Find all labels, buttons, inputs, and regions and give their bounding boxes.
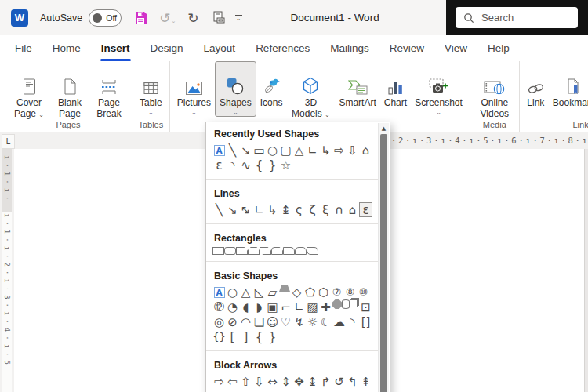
- icons-button[interactable]: Icons: [256, 61, 287, 109]
- table-button[interactable]: Table ⌄: [136, 61, 166, 116]
- shape-right-bracket[interactable]: ]: [239, 329, 252, 344]
- shape-sun[interactable]: ☼: [306, 314, 319, 329]
- shape-arrow-left-right-up[interactable]: ↨: [306, 374, 319, 389]
- tab-layout[interactable]: Layout: [194, 35, 246, 61]
- shape-heptagon[interactable]: ⑦: [330, 285, 343, 299]
- tab-file[interactable]: File: [5, 35, 42, 61]
- shape-snip-single-corner-rectangle[interactable]: [236, 247, 248, 255]
- shape-arrow-up-down[interactable]: ⇕: [279, 374, 292, 389]
- shape-line[interactable]: ╲: [212, 202, 226, 217]
- shape-text-box[interactable]: A: [214, 287, 225, 298]
- tab-design[interactable]: Design: [140, 35, 194, 61]
- shape-connector-curved-double-arrow[interactable]: ξ: [319, 202, 332, 217]
- redo-button[interactable]: ↻: [187, 10, 198, 26]
- shape-rounded-rectangle[interactable]: [224, 247, 236, 255]
- shape-pie[interactable]: ◔: [226, 299, 239, 314]
- shape-freeform-scribble[interactable]: ε: [359, 202, 372, 217]
- tab-mailings[interactable]: Mailings: [320, 35, 379, 61]
- search-input[interactable]: Search: [456, 7, 578, 28]
- shape-connector-elbow-arrow[interactable]: ↳: [319, 143, 332, 158]
- shape-heart[interactable]: ♡: [279, 314, 292, 329]
- shape-isosceles-triangle[interactable]: △: [292, 143, 306, 158]
- shape-arrow-quad[interactable]: ✥: [292, 374, 306, 389]
- shape-arrow-left-right[interactable]: ⇔: [266, 374, 279, 389]
- blank-page-button[interactable]: Blank Page: [50, 61, 89, 119]
- shape-arc[interactable]: ◝: [226, 158, 239, 172]
- shape-arrow-left-up[interactable]: ↰: [346, 374, 359, 389]
- chevron-down-icon[interactable]: ⌄: [38, 111, 44, 118]
- shape-regular-pentagon[interactable]: ⬠: [303, 285, 317, 299]
- shape-connector-elbow-arrow[interactable]: ↳: [266, 202, 279, 217]
- shape-connector-curved[interactable]: ς: [292, 202, 306, 217]
- shape-arrow-bent[interactable]: ↱: [319, 374, 332, 389]
- pictures-button[interactable]: Pictures ⌄: [173, 61, 215, 116]
- shape-trapezoid[interactable]: [279, 285, 290, 292]
- autosave-toggle[interactable]: Off: [89, 9, 122, 27]
- shapes-button[interactable]: Shapes ⌄: [215, 61, 256, 117]
- shape-decagon[interactable]: ⑩: [357, 285, 370, 299]
- shape-connector-elbow-double-arrow[interactable]: ↨: [279, 202, 292, 217]
- screenshot-button[interactable]: Screenshot ⌄: [411, 61, 466, 116]
- shape-smiley-face[interactable]: ☺: [266, 314, 279, 329]
- chevron-down-icon[interactable]: ⌄: [191, 109, 197, 116]
- chevron-down-icon[interactable]: ⌄: [148, 109, 154, 116]
- shape-arrow-down[interactable]: ⇩: [252, 374, 266, 389]
- shape-no-symbol[interactable]: ⊘: [226, 314, 239, 329]
- shape-arrow-right[interactable]: ⇨: [332, 143, 346, 158]
- shape-parallelogram[interactable]: ▱: [266, 285, 279, 299]
- shape-connector-curved-arrow[interactable]: ζ: [306, 202, 319, 217]
- shape-freeform-scribble[interactable]: ε: [212, 158, 226, 172]
- shape-line[interactable]: ╲: [226, 143, 239, 158]
- shape-cross[interactable]: ✚: [319, 299, 332, 314]
- shape-curve[interactable]: ∿: [239, 158, 252, 172]
- shape-frame[interactable]: ▣: [266, 299, 279, 314]
- tab-help[interactable]: Help: [477, 35, 520, 61]
- cover-page-button[interactable]: Cover Page ⌄: [8, 61, 50, 119]
- shape-arc[interactable]: ◝: [346, 314, 359, 329]
- tab-review[interactable]: Review: [379, 35, 434, 61]
- online-videos-button[interactable]: Online Videos: [474, 61, 516, 119]
- shape-freeform-shape[interactable]: ⌂: [346, 202, 359, 217]
- shape-right-triangle[interactable]: ◺: [252, 285, 266, 299]
- shape-cube[interactable]: [350, 299, 358, 307]
- tab-references[interactable]: References: [245, 35, 320, 61]
- shape-moon[interactable]: ☾: [319, 314, 332, 329]
- shape-arrow-right[interactable]: ⇨: [212, 374, 226, 389]
- shape-snip-and-round-single-corner-rectangle[interactable]: [271, 247, 283, 255]
- print-preview-button[interactable]: [211, 11, 225, 25]
- shape-donut[interactable]: ◎: [212, 314, 226, 329]
- shape-isosceles-triangle[interactable]: △: [239, 285, 252, 299]
- scrollbar-up-arrow[interactable]: ▲: [379, 123, 389, 133]
- shape-text-box[interactable]: A: [214, 145, 225, 156]
- tab-stop-selector[interactable]: L: [2, 134, 15, 149]
- shape-diamond[interactable]: ◇: [290, 285, 303, 299]
- tab-view[interactable]: View: [434, 35, 477, 61]
- smartart-button[interactable]: SmartArt: [335, 61, 379, 109]
- chevron-down-icon[interactable]: ⌄: [436, 109, 441, 116]
- shape-round-single-corner-rectangle[interactable]: [283, 247, 295, 255]
- menu-scrollbar[interactable]: ▲: [378, 123, 389, 392]
- shape-rectangle[interactable]: ▭: [252, 143, 266, 158]
- shape-bevel[interactable]: ⊡: [359, 299, 372, 314]
- shape-rectangle[interactable]: [212, 247, 224, 255]
- shape-dodecagon[interactable]: ⑫: [212, 299, 226, 314]
- shape-arrow-up[interactable]: ⇧: [239, 374, 252, 389]
- shape-teardrop[interactable]: ◗: [252, 299, 266, 314]
- shape-folded-corner[interactable]: ❏: [252, 314, 266, 329]
- page-break-button[interactable]: Page Break: [89, 61, 129, 119]
- shape-block-arc[interactable]: ◠: [239, 314, 252, 329]
- shape-l-shape[interactable]: ∟: [292, 299, 306, 314]
- tab-home[interactable]: Home: [42, 35, 91, 61]
- shape-cloud[interactable]: ☁: [332, 314, 346, 329]
- shape-rounded-rectangle[interactable]: ▢: [279, 143, 292, 158]
- shape-round-diagonal-corner-rectangle[interactable]: [307, 247, 318, 255]
- shape-half-frame[interactable]: ⌐: [279, 299, 292, 314]
- chart-button[interactable]: Chart: [380, 61, 411, 109]
- shape-connector-elbow[interactable]: ∟: [306, 143, 319, 158]
- shape-curve[interactable]: ∩: [332, 202, 346, 217]
- shape-arrow-bent-up[interactable]: ⇞: [359, 374, 372, 389]
- shape-octagon[interactable]: ⑧: [343, 285, 357, 299]
- shape-left-brace[interactable]: {: [252, 158, 266, 172]
- shape-left-bracket[interactable]: [: [226, 329, 239, 344]
- 3d-models-button[interactable]: 3D Models ⌄: [286, 61, 335, 119]
